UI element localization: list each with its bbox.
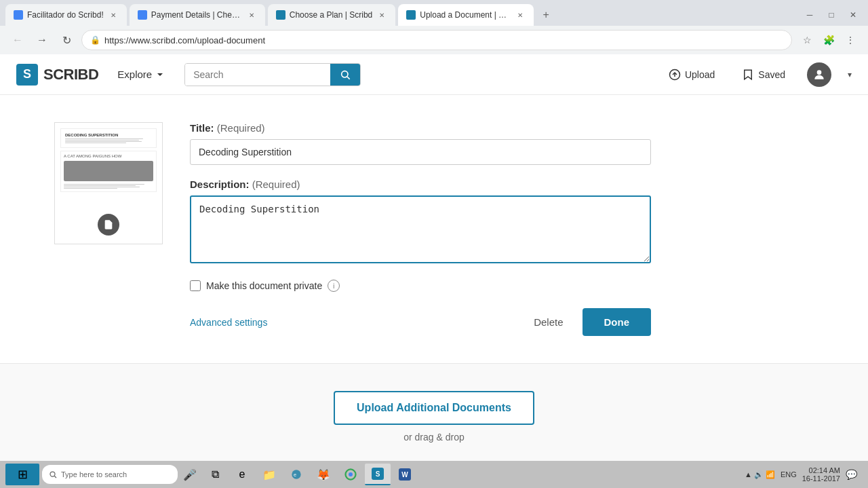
description-field-group: Description: (Required) Decoding Superst… bbox=[190, 179, 651, 266]
word-icon: W bbox=[399, 468, 411, 470]
user-icon bbox=[812, 68, 826, 81]
title-label-strong: Title: bbox=[190, 122, 214, 134]
user-avatar[interactable] bbox=[807, 62, 831, 87]
description-textarea[interactable]: Decoding Superstition bbox=[190, 195, 651, 263]
svg-point-0 bbox=[342, 71, 348, 77]
cortana-icon[interactable]: 🎤 bbox=[180, 465, 199, 470]
saved-button[interactable]: Saved bbox=[736, 64, 791, 85]
private-checkbox[interactable] bbox=[190, 280, 201, 291]
logo-area[interactable]: S SCRIBD bbox=[16, 64, 98, 86]
taskbar-app-chrome[interactable] bbox=[338, 464, 363, 470]
svg-line-1 bbox=[347, 77, 350, 79]
menu-icon[interactable]: ⋮ bbox=[841, 31, 860, 50]
svg-point-3 bbox=[817, 70, 822, 75]
preview-page-2: A CAT AMONG PAIGUNS HOW bbox=[60, 151, 157, 192]
tab-title-3: Choose a Plan | Scribd bbox=[290, 10, 373, 20]
scribd-logo-text: SCRIBD bbox=[43, 66, 98, 83]
tab-close-1[interactable]: ✕ bbox=[108, 10, 119, 20]
tab-close-3[interactable]: ✕ bbox=[376, 10, 387, 20]
tab-close-4[interactable]: ✕ bbox=[515, 10, 526, 20]
preview-line2 bbox=[64, 188, 117, 189]
taskbar-app-ie[interactable]: e bbox=[283, 464, 309, 470]
document-icon bbox=[103, 219, 114, 230]
minimize-button[interactable]: ─ bbox=[800, 7, 819, 23]
taskbar-app-explorer[interactable]: 📁 bbox=[256, 464, 282, 470]
upload-label: Upload bbox=[685, 69, 715, 80]
notification-icon[interactable]: 💬 bbox=[846, 469, 857, 470]
actions-right: Delete Done bbox=[523, 308, 651, 336]
navbar: S SCRIBD Explore Upload Saved bbox=[0, 54, 868, 95]
address-text: https://www.scribd.com/upload-document bbox=[104, 35, 783, 45]
tab-favicon-3 bbox=[276, 10, 285, 20]
taskbar-app-taskview[interactable]: ⧉ bbox=[202, 464, 228, 470]
taskbar-app-edge[interactable]: e bbox=[229, 464, 255, 470]
explore-button[interactable]: Explore bbox=[115, 64, 168, 84]
upload-section: Upload Additional Documents or drag & dr… bbox=[0, 363, 868, 470]
preview-line bbox=[65, 140, 139, 140]
upload-additional-button[interactable]: Upload Additional Documents bbox=[334, 391, 534, 425]
chrome-icon bbox=[344, 468, 357, 470]
taskbar-tray: ▲ 🔊 📶 ENG 02:14 AM 16-11-2017 💬 bbox=[739, 466, 863, 470]
taskbar-app-firefox[interactable]: 🦊 bbox=[311, 464, 336, 470]
preview-line2 bbox=[64, 185, 136, 186]
preview-line bbox=[65, 141, 142, 142]
title-input[interactable] bbox=[190, 139, 651, 165]
explore-label: Explore bbox=[117, 69, 152, 80]
preview-line bbox=[65, 143, 126, 143]
title-required-text: (Required) bbox=[217, 122, 265, 134]
title-field-group: Title: (Required) bbox=[190, 122, 651, 165]
preview-title: DECODING SUPERSTITION bbox=[65, 133, 152, 137]
delete-button[interactable]: Delete bbox=[523, 309, 574, 335]
start-button[interactable]: ⊞ bbox=[5, 464, 39, 470]
drag-drop-text: or drag & drop bbox=[403, 432, 465, 443]
ie-icon: e bbox=[291, 469, 302, 470]
taskbar-apps: ⧉ e 📁 e 🦊 S W bbox=[202, 464, 736, 470]
tab-favicon-4 bbox=[406, 10, 416, 20]
tray-clock: 02:14 AM 16-11-2017 bbox=[802, 466, 840, 470]
tab-4[interactable]: Upload a Document | Sc... ✕ bbox=[398, 4, 534, 26]
new-tab-button[interactable]: + bbox=[536, 5, 555, 24]
tab-3[interactable]: Choose a Plan | Scribd ✕ bbox=[268, 4, 396, 26]
taskbar-app-word[interactable]: W bbox=[392, 464, 418, 470]
bookmark-icon[interactable]: ☆ bbox=[797, 31, 816, 50]
maximize-button[interactable]: □ bbox=[822, 7, 841, 23]
address-bar[interactable]: 🔒 https://www.scribd.com/upload-document bbox=[81, 30, 792, 50]
preview-card: DECODING SUPERSTITION A CAT AMONG PAIGUN… bbox=[54, 122, 163, 244]
info-icon[interactable]: i bbox=[328, 280, 340, 292]
actions-row: Advanced settings Delete Done bbox=[190, 308, 651, 336]
tab-2[interactable]: Payment Details | Check... ✕ bbox=[130, 4, 265, 26]
done-button[interactable]: Done bbox=[583, 308, 652, 336]
back-button[interactable]: ← bbox=[8, 31, 27, 50]
title-label: Title: (Required) bbox=[190, 122, 651, 134]
tab-favicon-1 bbox=[14, 10, 23, 20]
taskbar: ⊞ Type here to search 🎤 ⧉ e 📁 e 🦊 S W ▲ … bbox=[0, 461, 868, 470]
search-box bbox=[184, 63, 361, 86]
taskbar-app-scribd[interactable]: S bbox=[365, 464, 391, 470]
preview-line bbox=[65, 138, 143, 139]
tab-1[interactable]: Facilitador do Scribd! ✕ bbox=[5, 4, 127, 26]
reload-button[interactable]: ↻ bbox=[57, 31, 76, 50]
preview-icon-overlay bbox=[98, 214, 119, 236]
private-row: Make this document private i bbox=[190, 280, 651, 292]
search-input[interactable] bbox=[185, 64, 330, 86]
tab-title-1: Facilitador do Scribd! bbox=[27, 10, 104, 20]
scribd-logo-icon: S bbox=[16, 64, 38, 86]
tab-title-2: Payment Details | Check... bbox=[151, 10, 242, 20]
extensions-icon[interactable]: 🧩 bbox=[819, 31, 838, 50]
close-button[interactable]: ✕ bbox=[844, 7, 863, 23]
user-caret-icon[interactable]: ▾ bbox=[848, 70, 852, 79]
advanced-settings-link[interactable]: Advanced settings bbox=[190, 317, 267, 328]
preview-line2 bbox=[64, 187, 140, 187]
scribd-taskbar-icon: S bbox=[372, 468, 384, 470]
taskbar-search-box[interactable]: Type here to search bbox=[42, 465, 178, 470]
description-label-strong: Description: bbox=[190, 179, 250, 190]
tab-favicon-2 bbox=[138, 10, 147, 20]
tab-close-2[interactable]: ✕ bbox=[246, 10, 257, 20]
chevron-down-icon bbox=[155, 69, 165, 80]
private-label: Make this document private bbox=[206, 280, 322, 291]
saved-label: Saved bbox=[758, 69, 785, 80]
bookmark-nav-icon bbox=[742, 69, 754, 81]
search-button[interactable] bbox=[330, 64, 360, 86]
forward-button[interactable]: → bbox=[33, 31, 52, 50]
upload-button[interactable]: Upload bbox=[663, 64, 720, 85]
